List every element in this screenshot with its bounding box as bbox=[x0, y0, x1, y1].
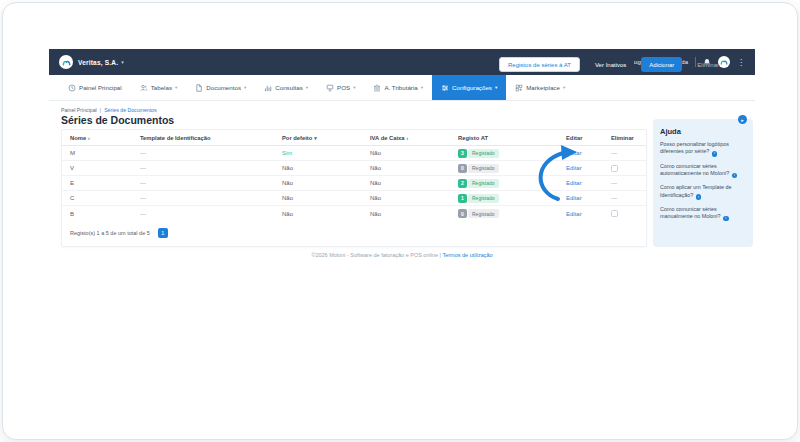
help-question-text: Posso personalizar logótipos diferentes … bbox=[660, 141, 729, 154]
table-row: E—NãoNão2RegistadoEditar— bbox=[62, 176, 646, 191]
document-icon bbox=[195, 84, 203, 92]
nav-item-a-tribut-ria[interactable]: A. Tributária▾ bbox=[364, 75, 432, 100]
cell-editar: Editar bbox=[558, 195, 603, 201]
help-info-icon: i bbox=[712, 151, 718, 157]
table-body: M—SimNão3RegistadoEditar—V—NãoNão0Regist… bbox=[62, 146, 646, 221]
column-header-iva-de-caixa[interactable]: IVA de Caixa› bbox=[362, 135, 450, 141]
eliminar-checkbox[interactable] bbox=[611, 210, 618, 217]
terms-link[interactable]: Termos de utilização bbox=[442, 252, 492, 258]
nav-item-label: Consultas bbox=[275, 84, 303, 91]
cell-iva-caixa: Não bbox=[362, 180, 450, 186]
adicionar-button[interactable]: Adicionar bbox=[641, 57, 682, 72]
chevron-down-icon: ▾ bbox=[244, 85, 246, 90]
chevron-down-icon: ▾ bbox=[306, 85, 308, 90]
pos-icon bbox=[326, 84, 334, 92]
table-row: M—SimNão3RegistadoEditar— bbox=[62, 146, 646, 161]
cell-registo-at: 3Registado bbox=[450, 149, 558, 158]
nav-item-label: A. Tributária bbox=[384, 84, 417, 91]
editar-link[interactable]: Editar bbox=[566, 150, 582, 156]
clock-icon bbox=[68, 84, 76, 92]
ver-inativos-button[interactable]: Ver Inativos bbox=[587, 57, 634, 72]
nav-item-consultas[interactable]: Consultas▾ bbox=[255, 75, 317, 100]
cell-editar: Editar bbox=[558, 150, 603, 156]
help-info-icon: i bbox=[732, 173, 738, 179]
cell-eliminar bbox=[603, 165, 646, 172]
nav-item-tabelas[interactable]: Tabelas▾ bbox=[131, 75, 187, 100]
breadcrumb-current[interactable]: Séries de Documentos bbox=[104, 107, 156, 113]
registo-at-badge: 0Registado bbox=[458, 164, 499, 173]
help-expand-button[interactable]: ▸ bbox=[738, 115, 747, 124]
help-question[interactable]: Posso personalizar logótipos diferentes … bbox=[660, 141, 746, 157]
help-info-icon: i bbox=[696, 194, 702, 200]
column-header-registo-at: Registo AT bbox=[450, 135, 558, 141]
footer-copyright: ©2026 Moloni - Software de faturação e P… bbox=[311, 252, 438, 258]
nav-item-label: Configurações bbox=[452, 84, 492, 91]
nav-item-configura-es[interactable]: Configurações▾ bbox=[432, 75, 506, 100]
help-question[interactable]: Como aplicar um Template de Identificaçã… bbox=[660, 184, 746, 200]
footer-separator: | bbox=[440, 252, 441, 258]
editar-link[interactable]: Editar bbox=[566, 211, 582, 217]
cell-template: — bbox=[132, 211, 274, 217]
editar-link[interactable]: Editar bbox=[566, 165, 582, 171]
help-panel: ▸ Ajuda Posso personalizar logótipos dif… bbox=[653, 119, 753, 247]
breadcrumb-separator: | bbox=[100, 107, 101, 113]
column-header-por-defeito[interactable]: Por defeito▾ bbox=[274, 135, 362, 141]
cell-template: — bbox=[132, 165, 274, 171]
table-header-row: Nome›Template de IdentificaçãoPor defeit… bbox=[62, 130, 646, 146]
cell-por-defeito: Não bbox=[274, 195, 362, 201]
cell-editar: Editar bbox=[558, 165, 603, 171]
nav-item-documentos[interactable]: Documentos▾ bbox=[186, 75, 255, 100]
cell-registo-at: 0Registado bbox=[450, 164, 558, 173]
registo-count: 1 bbox=[458, 194, 467, 203]
registo-at-badge: 1Registado bbox=[458, 194, 499, 203]
cell-eliminar: — bbox=[603, 150, 646, 156]
editar-link[interactable]: Editar bbox=[566, 195, 582, 201]
cell-por-defeito: Não bbox=[274, 165, 362, 171]
grid-icon bbox=[515, 84, 523, 92]
cell-por-defeito: Não bbox=[274, 211, 362, 217]
registo-count: 3 bbox=[458, 149, 467, 158]
cell-iva-caixa: Não bbox=[362, 165, 450, 171]
company-logo[interactable] bbox=[59, 55, 73, 69]
registo-count: 0 bbox=[458, 164, 467, 173]
series-table: Nome›Template de IdentificaçãoPor defeit… bbox=[61, 129, 647, 247]
chevron-down-icon: ▾ bbox=[563, 85, 565, 90]
nav-item-marketplace[interactable]: Marketplace▾ bbox=[506, 75, 574, 100]
page-1-button[interactable]: 1 bbox=[158, 228, 168, 238]
help-question[interactable]: Como comunicar séries manualmente no Mol… bbox=[660, 206, 746, 222]
eliminar-button[interactable]: Eliminar bbox=[689, 57, 727, 72]
cell-por-defeito: Sim bbox=[274, 150, 362, 156]
cell-nome: B bbox=[62, 211, 132, 217]
cell-registo-at: 2Registado bbox=[450, 179, 558, 188]
app-screenshot: Veritas, S.A. ▾ Português ▾ Ajuda ⋮ Pain… bbox=[49, 49, 755, 399]
cell-nome: E bbox=[62, 180, 132, 186]
registo-status-label: Registado bbox=[468, 179, 499, 188]
column-label: Por defeito bbox=[282, 135, 312, 141]
users-icon bbox=[140, 84, 148, 92]
company-name[interactable]: Veritas, S.A. bbox=[78, 59, 118, 66]
sliders-icon bbox=[441, 84, 449, 92]
breadcrumb-parent[interactable]: Painel Principal bbox=[61, 107, 97, 113]
registos-series-at-button[interactable]: Registos de séries à AT bbox=[499, 57, 580, 72]
nav-item-pos[interactable]: POS▾ bbox=[317, 75, 364, 100]
chevron-down-icon: ▾ bbox=[353, 85, 355, 90]
help-items: Posso personalizar logótipos diferentes … bbox=[660, 141, 746, 221]
help-question-text: Como comunicar séries manualmente no Mol… bbox=[660, 206, 722, 219]
table-row: C—NãoNão1RegistadoEditar— bbox=[62, 191, 646, 206]
cell-eliminar bbox=[603, 210, 646, 217]
nav-item-painel-principal[interactable]: Painel Principal bbox=[59, 75, 131, 100]
editar-link[interactable]: Editar bbox=[566, 180, 582, 186]
column-header-nome[interactable]: Nome› bbox=[62, 135, 132, 141]
bank-icon bbox=[373, 84, 381, 92]
cell-template: — bbox=[132, 195, 274, 201]
cell-editar: Editar bbox=[558, 180, 603, 186]
eliminar-checkbox[interactable] bbox=[611, 165, 618, 172]
help-question[interactable]: Como comunicar séries automaticamente no… bbox=[660, 163, 746, 179]
column-label: Registo AT bbox=[458, 135, 488, 141]
cell-eliminar: — bbox=[603, 195, 646, 201]
kebab-menu-icon[interactable]: ⋮ bbox=[737, 58, 745, 67]
registo-at-badge: 0Registado bbox=[458, 209, 499, 218]
cell-registo-at: 0Registado bbox=[450, 209, 558, 218]
registo-count: 0 bbox=[458, 209, 467, 218]
registo-status-label: Registado bbox=[468, 194, 499, 203]
